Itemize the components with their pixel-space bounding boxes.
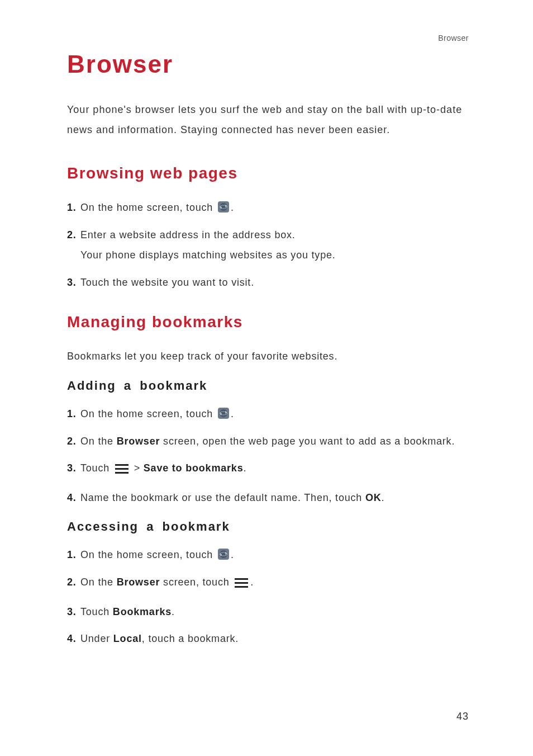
- bold-browser: Browser: [117, 436, 160, 447]
- step-text-pre: Name the bookmark or use the default nam…: [80, 492, 365, 503]
- browsing-step-3: 3. Touch the website you want to visit.: [67, 274, 469, 291]
- bold-bookmarks: Bookmarks: [113, 606, 172, 617]
- step-text: Touch > Save to bookmarks.: [80, 460, 469, 479]
- step-number: 2.: [67, 433, 80, 450]
- step-text-fragment: On the home screen, touch: [80, 202, 216, 213]
- step-number: 1.: [67, 199, 80, 216]
- svg-rect-13: [235, 582, 248, 584]
- step-text-pre: On the: [80, 436, 117, 447]
- bold-save-to-bookmarks: Save to bookmarks: [144, 462, 244, 474]
- period: .: [231, 408, 234, 419]
- step-text-post: screen, touch: [160, 577, 232, 588]
- accessing-step-3: 3. Touch Bookmarks.: [67, 603, 469, 621]
- svg-rect-7: [115, 468, 129, 470]
- page-content: Browser Your phone's browser lets you su…: [0, 0, 533, 691]
- svg-rect-12: [235, 578, 248, 580]
- bold-local: Local: [113, 633, 142, 644]
- step-text-fragment: On the home screen, touch: [80, 408, 216, 419]
- step-number: 1.: [67, 546, 80, 564]
- step-number: 4.: [67, 630, 80, 648]
- step-number: 1.: [67, 405, 80, 423]
- step-text-pre: Touch: [80, 606, 113, 617]
- step-text: On the Browser screen, open the web page…: [80, 433, 469, 450]
- bold-ok: OK: [365, 492, 382, 503]
- page-number: 43: [456, 711, 469, 722]
- step-number: 3.: [67, 603, 80, 621]
- step-text-pre: Touch: [80, 462, 113, 474]
- accessing-step-1: 1. On the home screen, touch .: [67, 546, 469, 564]
- browser-icon: [217, 201, 230, 213]
- browsing-step-1: 1. On the home screen, touch .: [67, 199, 469, 216]
- browser-icon: [217, 548, 230, 560]
- managing-intro: Bookmarks let you keep track of your fav…: [67, 348, 469, 365]
- step-text: Enter a website address in the address b…: [80, 226, 469, 264]
- step-text-pre: Under: [80, 633, 113, 644]
- period: .: [231, 549, 234, 560]
- step-number: 2.: [67, 574, 80, 591]
- intro-paragraph: Your phone's browser lets you surf the w…: [67, 100, 469, 140]
- step-text: Name the bookmark or use the default nam…: [80, 489, 469, 507]
- subsection-adding-title: Adding a bookmark: [67, 379, 469, 393]
- step-number: 2.: [67, 226, 80, 244]
- step-text-pre: On the: [80, 577, 117, 588]
- period: .: [231, 202, 234, 213]
- step-text: On the home screen, touch .: [80, 199, 469, 216]
- step-text: On the home screen, touch .: [80, 546, 469, 564]
- accessing-step-4: 4. Under Local, touch a bookmark.: [67, 630, 469, 648]
- menu-icon: [115, 462, 129, 479]
- page-title: Browser: [67, 50, 469, 78]
- step-text-post: , touch a bookmark.: [142, 633, 239, 644]
- step-text-post: screen, open the web page you want to ad…: [160, 436, 455, 447]
- subsection-accessing-title: Accessing a bookmark: [67, 519, 469, 534]
- step-text-post: .: [382, 492, 385, 503]
- period: .: [250, 577, 254, 588]
- menu-icon: [235, 576, 248, 593]
- adding-step-1: 1. On the home screen, touch .: [67, 405, 469, 423]
- step-text-post: .: [172, 606, 175, 617]
- section-browsing-title: Browsing web pages: [67, 164, 469, 182]
- svg-rect-6: [115, 464, 129, 466]
- step-number: 4.: [67, 489, 80, 507]
- adding-step-3: 3. Touch > Save to bookmarks.: [67, 460, 469, 479]
- accessing-step-2: 2. On the Browser screen, touch .: [67, 574, 469, 593]
- step-text: Under Local, touch a bookmark.: [80, 630, 469, 648]
- browser-icon: [217, 407, 230, 419]
- adding-step-2: 2. On the Browser screen, open the web p…: [67, 433, 469, 450]
- step-text: On the Browser screen, touch .: [80, 574, 469, 593]
- step-text-post: .: [243, 462, 246, 474]
- step-number: 3.: [67, 460, 80, 477]
- step-text-fragment: Enter a website address in the address b…: [80, 229, 296, 240]
- svg-rect-14: [235, 586, 248, 588]
- svg-rect-8: [115, 472, 129, 474]
- adding-step-4: 4. Name the bookmark or use the default …: [67, 489, 469, 507]
- browsing-step-2: 2. Enter a website address in the addres…: [67, 226, 469, 264]
- step-text: Touch Bookmarks.: [80, 603, 469, 621]
- gt-separator: >: [134, 462, 144, 474]
- section-managing-title: Managing bookmarks: [67, 313, 469, 331]
- step-subtext: Your phone displays matching websites as…: [80, 247, 469, 264]
- step-text: Touch the website you want to visit.: [80, 274, 469, 291]
- bold-browser: Browser: [117, 577, 160, 588]
- running-header: Browser: [438, 34, 469, 42]
- step-number: 3.: [67, 274, 80, 291]
- step-text: On the home screen, touch .: [80, 405, 469, 423]
- step-text-fragment: On the home screen, touch: [80, 549, 216, 560]
